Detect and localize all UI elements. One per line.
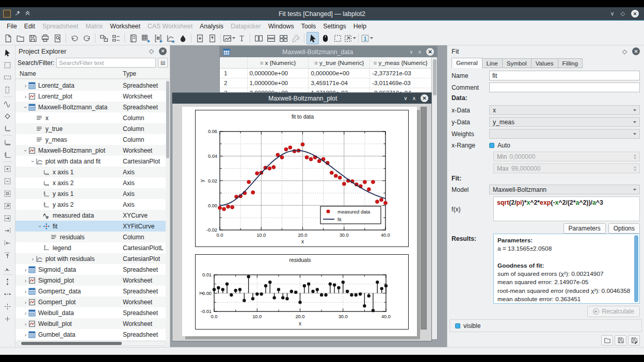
tree-row-fit[interactable]: ›fitXYFitCurve [15, 221, 166, 232]
expander-icon[interactable]: › [23, 288, 28, 294]
tree-row-x-axis-2[interactable]: x axis 2Axis [15, 177, 166, 188]
row-number[interactable]: 1 [220, 69, 248, 78]
cell[interactable]: 0,000000e+00 [309, 69, 370, 78]
minimize-icon[interactable]: ∨ [409, 49, 413, 55]
close-panel-icon[interactable]: ✕ [632, 47, 640, 55]
tab-filling[interactable]: Filling [558, 58, 583, 68]
tree-row-legend[interactable]: legendCartesianPlotL [15, 242, 166, 253]
new-equation-curve-button[interactable] [2, 110, 14, 122]
open-file-button[interactable] [14, 32, 26, 44]
export-data-button[interactable] [206, 32, 218, 44]
maximize-icon[interactable]: ∧ [418, 49, 422, 55]
expander-icon[interactable]: › [23, 299, 28, 305]
cell[interactable]: -3,011469e-03 [370, 78, 431, 88]
tree-row-weibull-plot[interactable]: ›Weibull_plotWorksheet [15, 318, 166, 329]
tree-row-plot-with-residuals[interactable]: ›plot with residualsCartesianPlot [15, 253, 166, 264]
column-header-y-meas-numeric-[interactable]: ≡y_meas {Numeric} [370, 57, 431, 68]
menu-help[interactable]: Help [350, 22, 370, 31]
tab-symbol[interactable]: Symbol [503, 58, 532, 68]
new-spreadsheet-button[interactable] [139, 32, 152, 44]
shrink-x-button[interactable] [2, 312, 14, 325]
minimize-icon[interactable]: ∨ [404, 95, 407, 101]
dropdown-arrow-icon[interactable] [370, 37, 373, 39]
tab-line[interactable]: Line [482, 58, 503, 68]
expander-icon[interactable]: › [23, 332, 28, 338]
tree-vertical-scrollbar[interactable] [166, 80, 170, 341]
chevrons-up-icon[interactable] [25, 10, 30, 17]
menu-settings[interactable]: Settings [319, 22, 349, 31]
tree-row-residuals[interactable]: residualsColumn [15, 232, 166, 242]
zoom-origin-button[interactable] [2, 187, 14, 200]
close-icon[interactable]: ✕ [421, 94, 428, 102]
tree-row-lorentz-plot[interactable]: ›Lorentz_plotWorksheet [15, 91, 166, 102]
expander-icon[interactable]: › [23, 83, 28, 89]
select-and-edit-button[interactable] [2, 46, 14, 59]
tree-row-gumbel-data[interactable]: ›Gumbel_dataSpreadsheet [15, 329, 166, 340]
extend-x-button[interactable] [2, 300, 14, 312]
tree-row-gompert-plot[interactable]: ›Gompert_plotWorksheet [15, 297, 166, 307]
split-top-bottom-button[interactable] [265, 32, 277, 44]
menu-windows[interactable]: Windows [265, 22, 298, 31]
save-configuration-button[interactable] [615, 335, 626, 345]
print-preview-button[interactable] [51, 32, 63, 44]
row-number[interactable]: 2 [220, 78, 248, 88]
expander-icon[interactable]: › [23, 267, 28, 273]
tree-column-headers[interactable]: Name Type [15, 69, 170, 79]
min-spinbox[interactable]: Min 0,000000 ▲▼ [493, 152, 640, 161]
tab-values[interactable]: Values [532, 58, 558, 68]
cell[interactable]: 1,000000e+00 [248, 78, 309, 88]
results-box[interactable]: Parameters:a = 13.1565±2.0508 Goodness o… [493, 234, 640, 304]
spreadsheet-header-row[interactable]: ≡x {Numeric}≡y_true {Numeric}≡y_meas {Nu… [220, 57, 431, 69]
weights-dropdown[interactable] [489, 129, 640, 139]
spreadsheet-row-1[interactable]: 10,000000e+000,000000e+00-2,373721e-03 [220, 69, 431, 78]
save-as-default-button[interactable] [628, 335, 640, 345]
name-column-header[interactable]: Name [15, 69, 123, 78]
dropdown-arrow-icon[interactable] [353, 37, 356, 39]
close-icon[interactable]: ✕ [426, 48, 434, 56]
expander-icon[interactable]: › [23, 321, 28, 327]
model-dropdown[interactable]: Maxwell-Boltzmann [489, 185, 640, 194]
auto-scale-button[interactable] [2, 200, 14, 212]
redo-button[interactable] [81, 32, 93, 44]
import-data-button[interactable] [194, 32, 206, 44]
visible-checkbox[interactable] [455, 323, 460, 328]
zoom-fit-button[interactable] [344, 32, 356, 44]
zoom-in-button[interactable] [2, 162, 14, 175]
shift-down-y-button[interactable] [2, 261, 14, 274]
tree-row-x-axis-1[interactable]: x axis 1Axis [15, 167, 166, 177]
new-workbook-button[interactable] [98, 32, 110, 44]
shade-icon[interactable]: ∨ [610, 10, 614, 17]
load-configuration-button[interactable] [601, 335, 613, 345]
expander-icon[interactable]: › [23, 93, 28, 100]
tree-row-maxwell-boltzmann-plot[interactable]: ›Maxwell-Boltzmann_plotWorksheet [15, 145, 166, 156]
tree-row-y-axis-2[interactable]: y axis 2Axis [15, 199, 166, 210]
close-panel-icon[interactable]: ✕ [159, 47, 167, 55]
tree-row-x[interactable]: xColumn [15, 112, 166, 123]
maximize-icon[interactable]: ∧ [412, 95, 416, 101]
shift-right-x-button[interactable] [2, 224, 14, 237]
close-icon[interactable]: ✕ [631, 10, 639, 18]
spreadsheet-row-2[interactable]: 21,000000e+003,459171e-04-3,011469e-03 [220, 78, 431, 88]
navigate-mode-button[interactable] [319, 32, 331, 44]
menu-tools[interactable]: Tools [298, 22, 320, 31]
expander-icon[interactable]: › [30, 158, 36, 164]
auto-range-checkbox[interactable] [489, 143, 494, 148]
menu-edit[interactable]: Edit [21, 22, 39, 31]
tree-row-sigmoid-plot[interactable]: ›Sigmoid_plotWorksheet [15, 275, 166, 286]
results-scrollbar[interactable] [634, 235, 638, 302]
cell[interactable]: 0,000000e+00 [248, 69, 309, 78]
menu-analysis[interactable]: Analysis [196, 22, 227, 31]
cell[interactable]: -2,373721e-03 [370, 69, 431, 78]
window-cascade-button[interactable]: 1 [361, 32, 373, 44]
tree-horizontal-scrollbar[interactable] [17, 341, 166, 346]
add-text-label-button[interactable] [235, 32, 248, 44]
split-left-right-button[interactable] [252, 32, 265, 44]
parameters-button[interactable]: Parameters [564, 223, 606, 234]
formula-editor[interactable]: sqrt(2/pi)*x^2*exp(-x^2/(2*a^2))/a^3 [493, 196, 640, 221]
recalculate-button[interactable]: ▶ Recalculate [587, 306, 640, 317]
column-header-x-numeric-[interactable]: ≡x {Numeric} [248, 57, 309, 68]
search-input[interactable] [56, 58, 156, 68]
x-data-dropdown[interactable]: x [489, 105, 640, 115]
expander-icon[interactable]: › [37, 223, 43, 229]
tree-row-maxwell-boltzmann-data[interactable]: ›Maxwell-Boltzmann_dataSpreadsheet [15, 102, 166, 112]
